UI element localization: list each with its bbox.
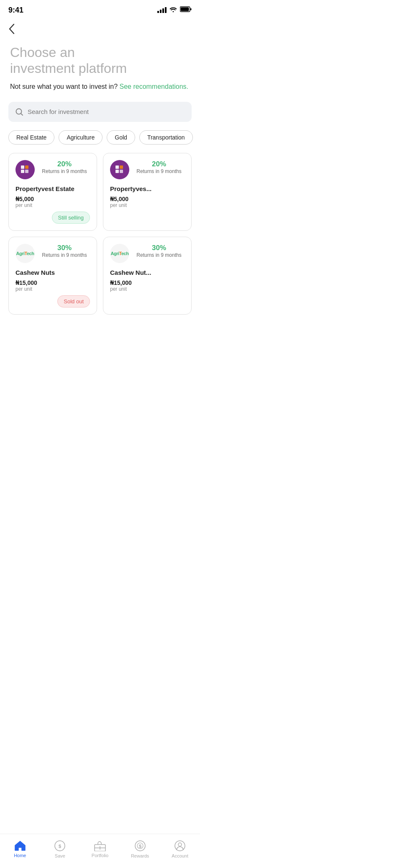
middlechase-logo-2 bbox=[110, 160, 129, 179]
card-cashew-2[interactable]: AgriTech 30% Returns in 9 months Cashew … bbox=[103, 237, 192, 315]
card-header: AgriTech 30% Returns in 9 months bbox=[110, 244, 185, 263]
svg-rect-12 bbox=[115, 170, 119, 173]
svg-rect-6 bbox=[25, 165, 28, 169]
card-cashew-1[interactable]: AgriTech 30% Returns in 9 months Cashew … bbox=[8, 237, 97, 315]
card-returns: 20% Returns in 9 months bbox=[133, 160, 185, 174]
card-footer: Still selling bbox=[15, 212, 90, 224]
wifi-icon bbox=[169, 6, 177, 14]
svg-rect-4 bbox=[18, 163, 32, 177]
status-bar: 9:41 bbox=[0, 0, 200, 18]
svg-rect-9 bbox=[113, 163, 127, 177]
filter-agriculture[interactable]: Agriculture bbox=[59, 130, 103, 145]
card-name: Cashew Nut... bbox=[110, 269, 185, 276]
card-returns: 20% Returns in 9 months bbox=[39, 160, 90, 174]
filter-chips: Real Estate Agriculture Gold Transportat… bbox=[0, 127, 200, 148]
card-per-unit: per unit bbox=[110, 286, 185, 292]
svg-rect-1 bbox=[181, 8, 189, 11]
agritech-logo-2: AgriTech bbox=[110, 244, 129, 263]
card-name: Propertyvest Estate bbox=[15, 185, 90, 192]
still-selling-badge: Still selling bbox=[52, 212, 90, 224]
card-header: 20% Returns in 9 months bbox=[15, 160, 90, 179]
battery-icon bbox=[180, 6, 192, 14]
status-time: 9:41 bbox=[8, 6, 23, 15]
search-box[interactable] bbox=[8, 102, 192, 122]
svg-rect-7 bbox=[21, 170, 24, 173]
svg-rect-13 bbox=[120, 170, 123, 173]
recommendations-link[interactable]: See recommendations. bbox=[119, 83, 188, 90]
page-header: Choose aninvestment platform Not sure wh… bbox=[0, 38, 200, 97]
card-name: Propertyves... bbox=[110, 185, 185, 192]
card-header: 20% Returns in 9 months bbox=[110, 160, 185, 179]
svg-rect-2 bbox=[190, 8, 192, 10]
card-returns: 30% Returns in 9 months bbox=[133, 244, 185, 258]
card-propertyvest-1[interactable]: 20% Returns in 9 months Propertyvest Est… bbox=[8, 153, 97, 231]
card-price: ₦15,000 bbox=[15, 279, 90, 286]
svg-rect-5 bbox=[21, 165, 24, 169]
filter-gold[interactable]: Gold bbox=[107, 130, 135, 145]
card-header: AgriTech 30% Returns in 9 months bbox=[15, 244, 90, 263]
middlechase-logo bbox=[15, 160, 35, 179]
investment-cards-grid: 20% Returns in 9 months Propertyvest Est… bbox=[0, 148, 200, 320]
page-title: Choose aninvestment platform bbox=[10, 44, 190, 77]
card-name: Cashew Nuts bbox=[15, 269, 90, 276]
card-returns: 30% Returns in 9 months bbox=[39, 244, 90, 258]
filter-real-estate[interactable]: Real Estate bbox=[8, 130, 54, 145]
search-container bbox=[0, 97, 200, 127]
card-per-unit: per unit bbox=[15, 202, 90, 208]
signal-icon bbox=[157, 7, 167, 13]
search-icon bbox=[15, 108, 23, 116]
card-price: ₦5,000 bbox=[110, 196, 185, 202]
svg-rect-10 bbox=[115, 165, 119, 169]
card-per-unit: per unit bbox=[110, 202, 185, 208]
card-price: ₦5,000 bbox=[15, 196, 90, 202]
search-input[interactable] bbox=[28, 108, 185, 115]
svg-rect-8 bbox=[25, 170, 28, 173]
page-subtitle: Not sure what you want to invest in? See… bbox=[10, 82, 190, 92]
card-per-unit: per unit bbox=[15, 286, 90, 292]
card-footer: Sold out bbox=[15, 295, 90, 307]
svg-rect-11 bbox=[120, 165, 123, 169]
back-button[interactable] bbox=[0, 18, 200, 38]
sold-out-badge: Sold out bbox=[57, 295, 90, 307]
filter-transportation[interactable]: Transportation bbox=[139, 130, 193, 145]
card-propertyvest-2[interactable]: 20% Returns in 9 months Propertyves... ₦… bbox=[103, 153, 192, 231]
agritech-logo: AgriTech bbox=[15, 244, 35, 263]
card-price: ₦15,000 bbox=[110, 279, 185, 286]
status-icons bbox=[157, 6, 192, 14]
